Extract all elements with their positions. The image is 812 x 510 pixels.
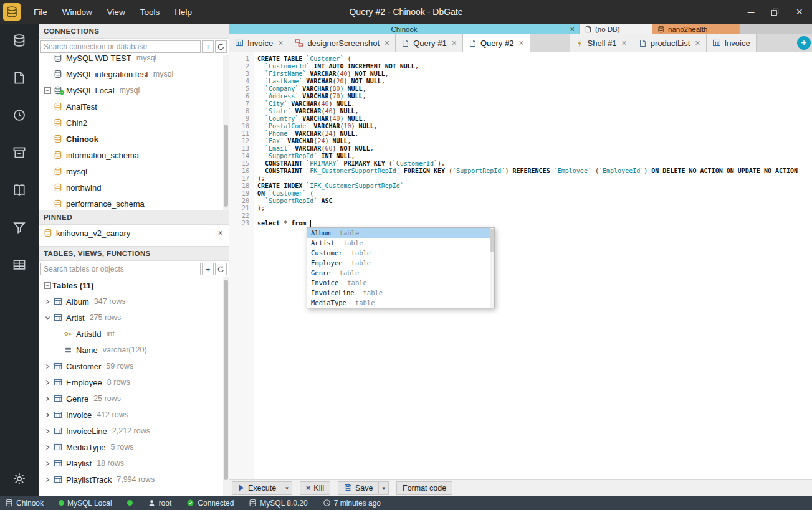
close-icon[interactable]: × — [518, 39, 523, 47]
connection-chin2[interactable]: Chin2 — [39, 115, 229, 131]
autocomplete-item-customer[interactable]: Customertable — [307, 248, 490, 258]
kill-button[interactable]: ×Kill — [300, 481, 330, 495]
table-mediatype[interactable]: MediaType5 rows — [39, 439, 229, 455]
autocomplete-item-artist[interactable]: Artisttable — [307, 238, 490, 248]
restore-button[interactable] — [771, 8, 779, 16]
tab-group-no-db[interactable]: (no DB) — [580, 24, 652, 34]
execute-options-button[interactable]: ▾ — [282, 481, 292, 495]
table-artist[interactable]: Artist275 rows — [39, 309, 229, 326]
autocomplete-item-genre[interactable]: Genretable — [307, 268, 490, 278]
tab-query-2[interactable]: Query #2× — [463, 34, 530, 52]
table-artistid[interactable]: ArtistIdint — [39, 326, 229, 342]
table-playlisttrack[interactable]: PlaylistTrack7,994 rows — [39, 471, 229, 488]
connection-mysql[interactable]: mysql — [39, 163, 229, 179]
table-genre[interactable]: Genre25 rows — [39, 390, 229, 407]
database-icon[interactable] — [11, 32, 27, 49]
chevron-right-icon[interactable] — [45, 461, 50, 466]
close-icon[interactable]: × — [570, 25, 575, 33]
add-table-button[interactable]: + — [202, 263, 214, 275]
chevron-right-icon[interactable] — [45, 445, 50, 450]
close-icon[interactable]: × — [452, 39, 457, 47]
connections-search-input[interactable] — [40, 40, 201, 53]
unpin-icon[interactable]: × — [216, 228, 225, 238]
chevron-right-icon[interactable] — [45, 412, 50, 418]
close-icon[interactable]: × — [385, 39, 389, 47]
scrollbar-thumb[interactable] — [490, 229, 494, 252]
tables-search-input[interactable] — [40, 263, 201, 275]
connection-mysql-integration-test[interactable]: MySQL integration testmysql — [39, 66, 229, 82]
autocomplete-scrollbar[interactable] — [490, 228, 494, 308]
minimize-button[interactable]: ─ — [748, 7, 755, 17]
menu-view[interactable]: View — [100, 4, 132, 20]
chevron-right-icon[interactable] — [45, 396, 50, 402]
autocomplete-item-album[interactable]: Albumtable — [307, 228, 490, 238]
scrollbar-thumb[interactable] — [224, 280, 228, 481]
tab-invoice[interactable]: Invoice — [707, 34, 757, 52]
chevron-right-icon[interactable] — [45, 364, 50, 369]
scrollbar-thumb[interactable] — [224, 125, 228, 207]
tab-group-chinook[interactable]: Chinook× — [229, 24, 580, 34]
autocomplete-item-mediatype[interactable]: MediaTypetable — [307, 298, 490, 308]
sql-editor[interactable]: 1234567891011121314151617181920212223 CR… — [229, 52, 812, 479]
menu-help[interactable]: Help — [168, 4, 199, 20]
table-invoiceline[interactable]: InvoiceLine2,212 rows — [39, 423, 229, 439]
files-icon[interactable] — [11, 70, 27, 86]
close-button[interactable]: × — [796, 6, 803, 17]
tables-scrollbar[interactable] — [223, 277, 229, 496]
tab-designerscreenshot[interactable]: designerScreenshot× — [289, 34, 396, 52]
tab-query-1[interactable]: Query #1× — [396, 34, 463, 52]
autocomplete-item-employee[interactable]: Employeetable — [307, 258, 490, 268]
new-tab-button[interactable]: + — [797, 36, 811, 50]
tab-group-nano2health[interactable]: nano2health — [652, 24, 740, 34]
autocomplete-item-invoice[interactable]: Invoicetable — [307, 278, 490, 288]
connection-analtest[interactable]: AnalTest — [39, 98, 229, 115]
chevron-right-icon[interactable] — [45, 428, 50, 434]
save-options-button[interactable]: ▾ — [379, 481, 389, 495]
connection-information-schema[interactable]: information_schema — [39, 147, 229, 163]
save-button[interactable]: Save — [338, 481, 380, 495]
menu-file[interactable]: File — [27, 4, 54, 20]
pinned-knihovna-v2-canary[interactable]: knihovna_v2_canary× — [39, 225, 229, 241]
format-code-button[interactable]: Format code — [396, 481, 452, 495]
docs-icon[interactable] — [11, 182, 27, 198]
tab-productlist[interactable]: productList× — [633, 34, 707, 52]
connections-header[interactable]: CONNECTIONS — [39, 24, 229, 39]
connection-mysql-wd-test[interactable]: MySQL WD TESTmysql — [39, 55, 229, 66]
autocomplete-item-invoiceline[interactable]: InvoiceLinetable — [307, 288, 490, 298]
close-icon[interactable]: × — [622, 39, 627, 47]
table-name[interactable]: Namevarchar(120) — [39, 342, 229, 358]
cells-icon[interactable] — [11, 257, 27, 273]
settings-icon[interactable] — [11, 471, 27, 487]
filter-icon[interactable] — [11, 219, 27, 235]
add-connection-button[interactable]: + — [202, 40, 214, 53]
table-invoice[interactable]: Invoice412 rows — [39, 407, 229, 423]
chevron-down-icon[interactable] — [45, 315, 50, 321]
connections-scrollbar[interactable] — [223, 55, 229, 210]
table-playlist[interactable]: Playlist18 rows — [39, 455, 229, 471]
connection-performance-schema[interactable]: performance_schema — [39, 196, 229, 210]
table-customer[interactable]: Customer59 rows — [39, 358, 229, 374]
menu-window[interactable]: Window — [55, 4, 99, 20]
chevron-right-icon[interactable] — [45, 299, 50, 305]
connection-chinook[interactable]: Chinook — [39, 131, 229, 147]
menu-tools[interactable]: Tools — [133, 4, 167, 20]
connection-mysql-local[interactable]: −MySQL Localmysql — [39, 82, 229, 98]
close-icon[interactable]: × — [695, 39, 700, 47]
close-icon[interactable]: × — [278, 39, 283, 47]
execute-button[interactable]: Execute — [232, 481, 282, 495]
refresh-connections-button[interactable] — [215, 40, 227, 53]
connection-northwind[interactable]: northwind — [39, 179, 229, 196]
table-tables-11[interactable]: −Tables (11) — [39, 277, 229, 293]
tab-shell-1[interactable]: Shell #1× — [570, 34, 633, 52]
table-album[interactable]: Album347 rows — [39, 293, 229, 309]
collapse-icon[interactable]: − — [44, 87, 51, 94]
archive-icon[interactable] — [11, 144, 27, 161]
chevron-right-icon[interactable] — [45, 380, 50, 385]
history-icon[interactable] — [11, 107, 27, 123]
tab-invoice[interactable]: Invoice× — [229, 34, 289, 52]
table-employee[interactable]: Employee8 rows — [39, 374, 229, 390]
collapse-icon[interactable]: − — [44, 282, 51, 289]
refresh-tables-button[interactable] — [215, 263, 227, 275]
chevron-right-icon[interactable] — [45, 477, 50, 483]
tables-header[interactable]: TABLES, VIEWS, FUNCTIONS — [39, 246, 229, 261]
